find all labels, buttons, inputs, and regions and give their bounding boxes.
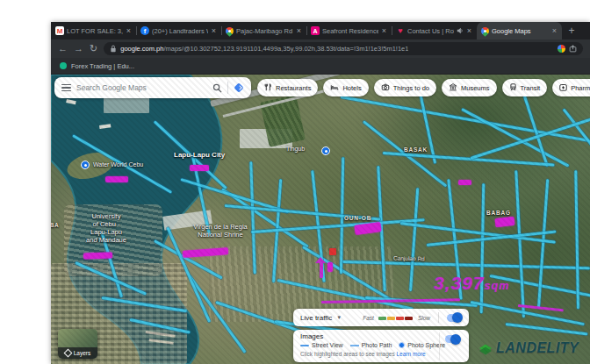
traffic-speed-segment: [378, 317, 386, 320]
legend-label: Photo Path: [362, 342, 392, 348]
map-label: Canjulao Rd: [393, 255, 425, 262]
poi-pin-icon[interactable]: [321, 146, 330, 155]
map-label: Lapu-Lapu City: [174, 151, 225, 159]
chip-label: Transit: [521, 84, 541, 92]
tab-title: (20+) Landtraders W: [152, 27, 208, 35]
maps-pin-icon: [479, 25, 491, 37]
browser-tab[interactable]: Pajac-Maribago Rd -×: [221, 22, 306, 39]
annotation-line-vertical: [320, 262, 323, 278]
listing-marker[interactable]: [105, 176, 128, 182]
property-marker[interactable]: [329, 248, 336, 255]
layers-icon: [63, 349, 72, 358]
tab-title: Pajac-Maribago Rd -: [236, 27, 293, 35]
search-input[interactable]: Search Google Maps: [76, 83, 207, 92]
tab-title: Seafront Residences: [322, 27, 378, 35]
live-traffic-toggle[interactable]: [447, 314, 462, 322]
images-panel: Images Street ViewPhoto PathPhoto Sphere…: [293, 330, 469, 362]
chip-label: Things to do: [393, 84, 429, 92]
map-label: Universityof Cebu -Lapu-Lapuand Mandaue: [68, 213, 144, 244]
search-icon[interactable]: [212, 83, 222, 93]
reload-icon[interactable]: ↻: [90, 44, 97, 54]
chip-pharmacies[interactable]: Pharmacies: [552, 79, 590, 96]
audio-playing-icon[interactable]: [457, 27, 464, 34]
landelity-watermark-text: LANDELITY: [496, 340, 579, 356]
tab-close-icon[interactable]: ×: [551, 27, 558, 35]
traffic-speed-segment: [387, 317, 395, 320]
map-label: BABAG: [486, 210, 511, 216]
images-label: Images: [300, 332, 462, 340]
map-label: GUN-OB: [344, 215, 371, 221]
bookmark-favicon: [60, 62, 67, 69]
live-traffic-panel: Live traffic ▼ Fast Slow: [293, 309, 469, 326]
legend-photo-path: Photo Path: [350, 342, 392, 348]
map-label: Water World Cebu: [93, 161, 143, 168]
map-label: SUBA: [51, 222, 60, 228]
landelity-watermark: LANDELITY: [478, 340, 579, 356]
browser-tab[interactable]: ASeafront Residences×: [306, 22, 392, 39]
chip-museums[interactable]: Museums: [442, 79, 497, 96]
landelity-logo-icon: [478, 340, 493, 356]
tab-strip: MLOT FOR SALE: 3,397×f(20+) Landtraders …: [51, 22, 590, 39]
listing-marker[interactable]: [327, 262, 333, 272]
legend-street-view: Street View: [300, 342, 343, 348]
browser-tab[interactable]: Google Maps×: [477, 22, 562, 39]
tab-close-icon[interactable]: ×: [466, 27, 472, 35]
letter-a-icon: A: [311, 26, 320, 35]
maps-pin-icon: [224, 25, 235, 37]
bookmarks-bar: Forex Trading | Edu...: [51, 58, 590, 75]
layers-label: Layers: [74, 350, 91, 356]
chip-things-to-do[interactable]: Things to do: [374, 79, 436, 96]
gmail-icon: M: [55, 26, 64, 35]
menu-icon[interactable]: [61, 84, 71, 92]
back-icon[interactable]: ←: [58, 44, 68, 54]
learn-more-link[interactable]: Learn more: [396, 351, 425, 357]
tab-close-icon[interactable]: ×: [211, 27, 217, 35]
profile-avatar-icon[interactable]: [558, 45, 565, 53]
tab-title: LOT FOR SALE: 3,397: [67, 27, 123, 35]
legend-label: Street View: [312, 342, 343, 348]
maps-search-box[interactable]: Search Google Maps: [54, 77, 251, 98]
chip-restaurants[interactable]: Restaurants: [257, 79, 318, 96]
traffic-fast-label: Fast: [363, 315, 374, 321]
listing-marker[interactable]: [83, 252, 112, 259]
divider: [439, 332, 440, 360]
chip-transit[interactable]: Transit: [502, 79, 548, 96]
browser-tab[interactable]: f(20+) Landtraders W×: [136, 22, 221, 39]
tab-title: Contact Us | Robi: [407, 27, 454, 35]
traffic-speed-segment: [405, 317, 413, 320]
chip-label: Hotels: [342, 84, 361, 92]
layers-button[interactable]: Layers: [58, 329, 97, 359]
new-tab-button[interactable]: +: [562, 22, 581, 39]
live-traffic-label[interactable]: Live traffic: [300, 314, 332, 322]
lot-area-annotation: 3,397sqm: [434, 273, 509, 294]
share-icon[interactable]: [569, 45, 577, 53]
forward-icon[interactable]: →: [74, 44, 83, 54]
chevron-down-icon[interactable]: ▼: [336, 315, 342, 320]
map-canvas[interactable]: Water World CebuLapu-Lapu CityTingubBASA…: [51, 75, 590, 364]
camera-icon: [381, 83, 390, 93]
tab-close-icon[interactable]: ×: [296, 27, 302, 35]
map-label: Tingub: [286, 146, 305, 152]
tab-close-icon[interactable]: ×: [381, 27, 387, 35]
directions-icon[interactable]: [234, 82, 244, 93]
browser-tab[interactable]: MLOT FOR SALE: 3,397×: [51, 22, 136, 39]
bookmark-item[interactable]: Forex Trading | Edu...: [71, 62, 134, 70]
solid-line-icon: [300, 345, 309, 346]
traffic-speed-legend: [378, 310, 414, 325]
browser-tab[interactable]: ♥Contact Us | Robi×: [392, 22, 477, 39]
images-legend: Street ViewPhoto PathPhoto Sphere: [300, 342, 462, 348]
heart-icon: ♥: [396, 26, 405, 35]
address-bar[interactable]: google.com.ph/maps/@10.302752,123.919110…: [104, 42, 583, 55]
chip-label: Museums: [461, 84, 490, 92]
poi-pin-icon[interactable]: [81, 161, 90, 169]
url-text: google.com.ph/maps/@10.302752,123.919110…: [120, 45, 408, 53]
map-label: BASAK: [404, 146, 428, 153]
tab-title: Google Maps: [492, 27, 549, 35]
listing-marker[interactable]: [190, 165, 209, 171]
lock-icon: [110, 45, 117, 53]
chip-hotels[interactable]: Hotels: [323, 79, 368, 96]
train-icon: [509, 83, 517, 93]
images-toggle[interactable]: [445, 335, 460, 343]
tab-close-icon[interactable]: ×: [126, 27, 132, 35]
listing-marker[interactable]: [458, 180, 471, 185]
